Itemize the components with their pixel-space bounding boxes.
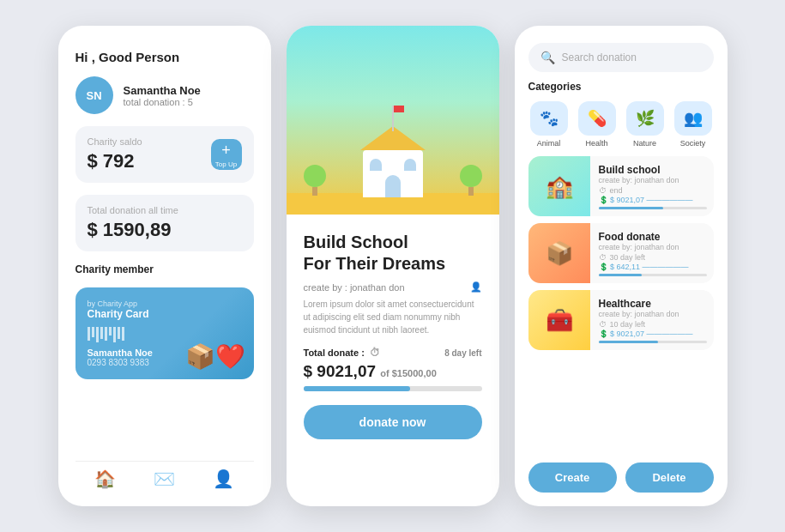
donation-list: 🏫 Build school create by: jonathan don ⏱… (528, 156, 714, 450)
description: Lorem ipsum dolor sit amet consectuercid… (304, 298, 482, 336)
charity-saldo-label: Charity saldo (88, 136, 142, 147)
food-amount: 💲 $ 642,11 —————— (599, 263, 707, 271)
card-title: Charity Card (88, 308, 242, 320)
building-door (385, 175, 401, 197)
card-by: by Charity App (88, 299, 242, 308)
total-donation-card: Total donation all time $ 1590,89 (75, 195, 254, 251)
create-by: create by : jonathan don 👤 (304, 281, 482, 293)
day-left: 8 day left (444, 348, 481, 358)
health-icon: 💊 (578, 101, 616, 136)
society-label: Society (680, 139, 706, 148)
nature-icon: 🌿 (626, 101, 664, 136)
clock-icon-food: ⏱ (599, 253, 607, 262)
donate-amount: $ 9021,07 of $15000,00 (304, 362, 482, 381)
hero-image (287, 26, 499, 215)
donation-item-food[interactable]: 📦 Food donate create by: jonathan don ⏱ … (528, 223, 714, 283)
charity-card: by Charity App Charity Card Samantha Noe… (75, 287, 254, 379)
user-silhouette-icon: 👤 (470, 281, 482, 293)
category-society[interactable]: 👥 Society (673, 101, 714, 148)
animal-label: Animal (537, 139, 561, 148)
categories-row: 🐾 Animal 💊 Health 🌿 Nature 👥 Society (528, 101, 714, 148)
category-nature[interactable]: 🌿 Nature (625, 101, 666, 148)
flag (394, 106, 404, 112)
school-meta: ⏱ end (599, 186, 707, 195)
create-button[interactable]: Create (528, 462, 617, 493)
category-health[interactable]: 💊 Health (577, 101, 618, 148)
charity-saldo-card: Charity saldo $ 792 + Top Up (75, 126, 254, 183)
food-thumb: 📦 (528, 223, 590, 283)
health-thumb: 🧰 (528, 290, 590, 350)
donation-item-school[interactable]: 🏫 Build school create by: jonathan don ⏱… (528, 156, 714, 216)
tree-right (460, 165, 482, 196)
clock-icon-health: ⏱ (599, 320, 607, 329)
clock-icon: ⏱ (599, 186, 607, 195)
search-placeholder: Search donation (562, 51, 637, 63)
nav-bar: 🏠 ✉️ 👤 (75, 461, 254, 489)
food-meta: ⏱ 30 day left (599, 253, 707, 262)
of-amount: of $15000,00 (380, 368, 436, 378)
school-thumb: 🏫 (528, 156, 590, 216)
topup-label: Top Up (215, 160, 237, 168)
animal-icon: 🐾 (530, 101, 568, 136)
school-title: Build school (599, 164, 707, 176)
nav-mail-icon[interactable]: ✉️ (154, 469, 175, 489)
avatar: SN (75, 76, 113, 114)
tree-left (304, 165, 326, 196)
phone2-content: Build School For Their Dreams create by … (287, 215, 499, 506)
donate-now-button[interactable]: donate now (304, 405, 482, 439)
categories-label: Categories (528, 81, 714, 93)
user-row: SN Samantha Noe total donation : 5 (75, 76, 254, 114)
delete-button[interactable]: Delete (625, 462, 714, 493)
school-scene (287, 60, 499, 215)
build-title: Build School For Their Dreams (304, 232, 482, 275)
phone-3: 🔍 Search donation Categories 🐾 Animal 💊 … (515, 26, 728, 506)
progress-fill (304, 386, 411, 391)
charity-saldo-amount: $ 792 (88, 150, 142, 172)
donate-info: Total donate : ⏱ 8 day left $ 9021,07 of… (304, 347, 482, 391)
food-creator: create by: jonathan don (599, 243, 707, 251)
plus-icon: + (221, 142, 231, 160)
society-icon: 👥 (674, 101, 712, 136)
window-left (370, 159, 382, 171)
barcode (88, 327, 242, 342)
total-all-time-amount: $ 1590,89 (88, 219, 242, 241)
health-info: Healthcare create by: jonathan don ⏱ 10 … (599, 291, 714, 350)
phone-2: Build School For Their Dreams create by … (287, 26, 499, 506)
food-title: Food donate (599, 231, 707, 243)
category-animal[interactable]: 🐾 Animal (528, 101, 570, 148)
health-meta: ⏱ 10 day left (599, 320, 707, 329)
school-amount: 💲 $ 9021,07 —————— (599, 196, 707, 204)
food-info: Food donate create by: jonathan don ⏱ 30… (599, 224, 714, 283)
user-info: Samantha Noe total donation : 5 (124, 84, 201, 107)
progress-bar (304, 386, 482, 391)
gift-icon: 📦❤️ (185, 342, 245, 371)
total-donation-label: total donation : 5 (124, 97, 201, 107)
nav-home-icon[interactable]: 🏠 (94, 469, 116, 489)
search-icon: 🔍 (540, 51, 555, 64)
health-creator: create by: jonathan don (599, 310, 707, 318)
phone-1: Hi , Good Person SN Samantha Noe total d… (58, 26, 271, 506)
health-title: Healthcare (599, 298, 707, 310)
action-row: Create Delete (528, 462, 714, 493)
window-right (404, 159, 416, 171)
nature-label: Nature (633, 139, 656, 148)
total-all-time-label: Total donation all time (88, 205, 242, 215)
nav-user-icon[interactable]: 👤 (213, 469, 234, 489)
donation-item-health[interactable]: 🧰 Healthcare create by: jonathan don ⏱ 1… (528, 290, 714, 350)
building (363, 150, 423, 197)
school-creator: create by: jonathan don (599, 176, 707, 184)
health-label: Health (585, 139, 607, 148)
search-bar[interactable]: 🔍 Search donation (528, 43, 714, 72)
school-info: Build school create by: jonathan don ⏱ e… (599, 157, 714, 216)
topup-button[interactable]: + Top Up (211, 139, 242, 170)
charity-member-label: Charity member (75, 263, 254, 275)
total-donate-label: Total donate : (304, 348, 365, 358)
user-name: Samantha Noe (124, 84, 201, 97)
greeting-text: Hi , Good Person (75, 50, 254, 64)
flag-pole (392, 106, 394, 131)
timer-icon: ⏱ (370, 347, 380, 359)
health-amount: 💲 $ 9021,07 —————— (599, 329, 707, 338)
